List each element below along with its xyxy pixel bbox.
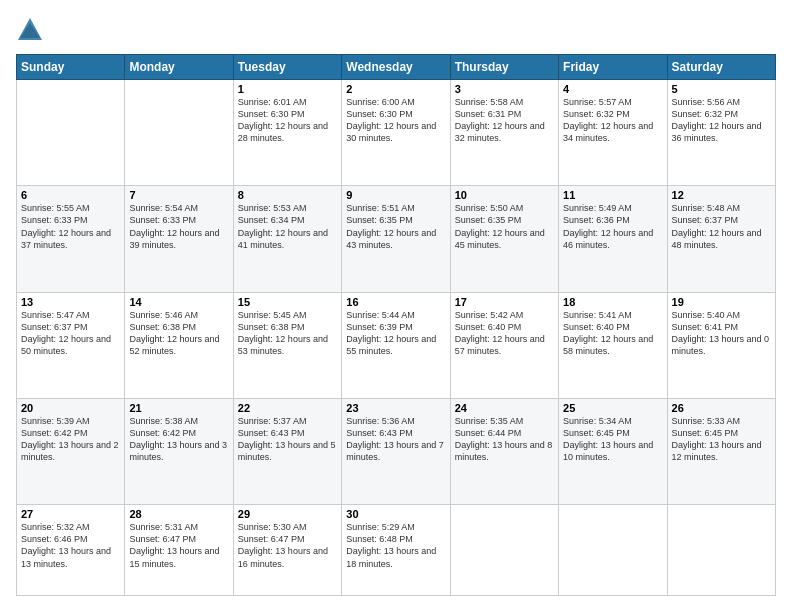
day-info: Sunrise: 5:36 AMSunset: 6:43 PMDaylight:…	[346, 415, 445, 464]
day-number: 8	[238, 189, 337, 201]
calendar-cell: 1Sunrise: 6:01 AMSunset: 6:30 PMDaylight…	[233, 80, 341, 186]
day-number: 5	[672, 83, 771, 95]
day-number: 9	[346, 189, 445, 201]
day-info: Sunrise: 5:58 AMSunset: 6:31 PMDaylight:…	[455, 96, 554, 145]
calendar-week-2: 6Sunrise: 5:55 AMSunset: 6:33 PMDaylight…	[17, 186, 776, 292]
svg-marker-1	[20, 23, 40, 38]
calendar-cell: 17Sunrise: 5:42 AMSunset: 6:40 PMDayligh…	[450, 292, 558, 398]
calendar-cell: 9Sunrise: 5:51 AMSunset: 6:35 PMDaylight…	[342, 186, 450, 292]
calendar-cell: 26Sunrise: 5:33 AMSunset: 6:45 PMDayligh…	[667, 398, 775, 504]
calendar-cell: 5Sunrise: 5:56 AMSunset: 6:32 PMDaylight…	[667, 80, 775, 186]
calendar-cell: 10Sunrise: 5:50 AMSunset: 6:35 PMDayligh…	[450, 186, 558, 292]
day-info: Sunrise: 5:51 AMSunset: 6:35 PMDaylight:…	[346, 202, 445, 251]
day-info: Sunrise: 5:44 AMSunset: 6:39 PMDaylight:…	[346, 309, 445, 358]
calendar-table: Sunday Monday Tuesday Wednesday Thursday…	[16, 54, 776, 596]
calendar-cell: 23Sunrise: 5:36 AMSunset: 6:43 PMDayligh…	[342, 398, 450, 504]
day-info: Sunrise: 5:45 AMSunset: 6:38 PMDaylight:…	[238, 309, 337, 358]
calendar-cell: 12Sunrise: 5:48 AMSunset: 6:37 PMDayligh…	[667, 186, 775, 292]
logo	[16, 16, 48, 44]
day-number: 30	[346, 508, 445, 520]
col-tuesday: Tuesday	[233, 55, 341, 80]
day-number: 2	[346, 83, 445, 95]
calendar-week-4: 20Sunrise: 5:39 AMSunset: 6:42 PMDayligh…	[17, 398, 776, 504]
logo-icon	[16, 16, 44, 44]
day-info: Sunrise: 5:42 AMSunset: 6:40 PMDaylight:…	[455, 309, 554, 358]
calendar-cell	[559, 505, 667, 596]
day-info: Sunrise: 5:53 AMSunset: 6:34 PMDaylight:…	[238, 202, 337, 251]
calendar-cell: 19Sunrise: 5:40 AMSunset: 6:41 PMDayligh…	[667, 292, 775, 398]
day-info: Sunrise: 5:54 AMSunset: 6:33 PMDaylight:…	[129, 202, 228, 251]
day-number: 29	[238, 508, 337, 520]
day-info: Sunrise: 5:35 AMSunset: 6:44 PMDaylight:…	[455, 415, 554, 464]
day-number: 17	[455, 296, 554, 308]
calendar-cell: 29Sunrise: 5:30 AMSunset: 6:47 PMDayligh…	[233, 505, 341, 596]
day-number: 24	[455, 402, 554, 414]
day-number: 11	[563, 189, 662, 201]
day-number: 20	[21, 402, 120, 414]
header	[16, 16, 776, 44]
col-friday: Friday	[559, 55, 667, 80]
day-number: 28	[129, 508, 228, 520]
day-number: 21	[129, 402, 228, 414]
day-number: 7	[129, 189, 228, 201]
calendar-cell: 15Sunrise: 5:45 AMSunset: 6:38 PMDayligh…	[233, 292, 341, 398]
calendar-cell: 30Sunrise: 5:29 AMSunset: 6:48 PMDayligh…	[342, 505, 450, 596]
col-wednesday: Wednesday	[342, 55, 450, 80]
calendar-cell: 14Sunrise: 5:46 AMSunset: 6:38 PMDayligh…	[125, 292, 233, 398]
col-saturday: Saturday	[667, 55, 775, 80]
col-thursday: Thursday	[450, 55, 558, 80]
day-number: 1	[238, 83, 337, 95]
day-info: Sunrise: 5:47 AMSunset: 6:37 PMDaylight:…	[21, 309, 120, 358]
calendar-cell: 13Sunrise: 5:47 AMSunset: 6:37 PMDayligh…	[17, 292, 125, 398]
day-number: 23	[346, 402, 445, 414]
day-number: 16	[346, 296, 445, 308]
day-info: Sunrise: 5:56 AMSunset: 6:32 PMDaylight:…	[672, 96, 771, 145]
day-info: Sunrise: 5:46 AMSunset: 6:38 PMDaylight:…	[129, 309, 228, 358]
calendar-cell: 3Sunrise: 5:58 AMSunset: 6:31 PMDaylight…	[450, 80, 558, 186]
day-info: Sunrise: 5:30 AMSunset: 6:47 PMDaylight:…	[238, 521, 337, 570]
calendar-cell	[17, 80, 125, 186]
calendar-body: 1Sunrise: 6:01 AMSunset: 6:30 PMDaylight…	[17, 80, 776, 596]
day-number: 3	[455, 83, 554, 95]
calendar-cell: 16Sunrise: 5:44 AMSunset: 6:39 PMDayligh…	[342, 292, 450, 398]
day-info: Sunrise: 5:32 AMSunset: 6:46 PMDaylight:…	[21, 521, 120, 570]
calendar-cell	[450, 505, 558, 596]
day-info: Sunrise: 5:38 AMSunset: 6:42 PMDaylight:…	[129, 415, 228, 464]
day-number: 27	[21, 508, 120, 520]
calendar-cell: 18Sunrise: 5:41 AMSunset: 6:40 PMDayligh…	[559, 292, 667, 398]
day-number: 13	[21, 296, 120, 308]
header-row: Sunday Monday Tuesday Wednesday Thursday…	[17, 55, 776, 80]
day-info: Sunrise: 5:55 AMSunset: 6:33 PMDaylight:…	[21, 202, 120, 251]
calendar-cell: 8Sunrise: 5:53 AMSunset: 6:34 PMDaylight…	[233, 186, 341, 292]
day-number: 6	[21, 189, 120, 201]
day-number: 19	[672, 296, 771, 308]
calendar-cell: 24Sunrise: 5:35 AMSunset: 6:44 PMDayligh…	[450, 398, 558, 504]
day-number: 12	[672, 189, 771, 201]
calendar-week-5: 27Sunrise: 5:32 AMSunset: 6:46 PMDayligh…	[17, 505, 776, 596]
day-number: 26	[672, 402, 771, 414]
calendar-cell: 2Sunrise: 6:00 AMSunset: 6:30 PMDaylight…	[342, 80, 450, 186]
day-number: 15	[238, 296, 337, 308]
day-number: 18	[563, 296, 662, 308]
day-info: Sunrise: 5:49 AMSunset: 6:36 PMDaylight:…	[563, 202, 662, 251]
calendar-cell: 20Sunrise: 5:39 AMSunset: 6:42 PMDayligh…	[17, 398, 125, 504]
calendar-cell: 22Sunrise: 5:37 AMSunset: 6:43 PMDayligh…	[233, 398, 341, 504]
day-info: Sunrise: 5:40 AMSunset: 6:41 PMDaylight:…	[672, 309, 771, 358]
day-info: Sunrise: 6:00 AMSunset: 6:30 PMDaylight:…	[346, 96, 445, 145]
calendar-cell: 25Sunrise: 5:34 AMSunset: 6:45 PMDayligh…	[559, 398, 667, 504]
calendar-cell	[667, 505, 775, 596]
calendar-cell: 28Sunrise: 5:31 AMSunset: 6:47 PMDayligh…	[125, 505, 233, 596]
day-info: Sunrise: 5:37 AMSunset: 6:43 PMDaylight:…	[238, 415, 337, 464]
day-info: Sunrise: 5:39 AMSunset: 6:42 PMDaylight:…	[21, 415, 120, 464]
col-sunday: Sunday	[17, 55, 125, 80]
day-info: Sunrise: 5:33 AMSunset: 6:45 PMDaylight:…	[672, 415, 771, 464]
day-info: Sunrise: 5:34 AMSunset: 6:45 PMDaylight:…	[563, 415, 662, 464]
day-info: Sunrise: 5:57 AMSunset: 6:32 PMDaylight:…	[563, 96, 662, 145]
calendar-week-1: 1Sunrise: 6:01 AMSunset: 6:30 PMDaylight…	[17, 80, 776, 186]
day-info: Sunrise: 5:48 AMSunset: 6:37 PMDaylight:…	[672, 202, 771, 251]
calendar-cell: 7Sunrise: 5:54 AMSunset: 6:33 PMDaylight…	[125, 186, 233, 292]
day-info: Sunrise: 6:01 AMSunset: 6:30 PMDaylight:…	[238, 96, 337, 145]
day-info: Sunrise: 5:50 AMSunset: 6:35 PMDaylight:…	[455, 202, 554, 251]
day-number: 10	[455, 189, 554, 201]
calendar-cell: 6Sunrise: 5:55 AMSunset: 6:33 PMDaylight…	[17, 186, 125, 292]
